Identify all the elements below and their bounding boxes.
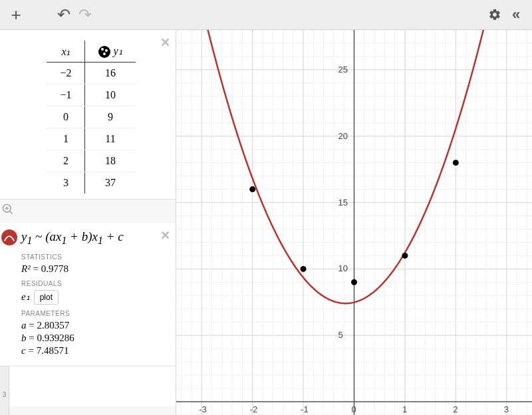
y-tick-label: 25 bbox=[338, 65, 348, 74]
cell-x[interactable]: 0 bbox=[47, 106, 85, 128]
cell-x[interactable]: −2 bbox=[47, 63, 85, 84]
cell-y[interactable]: 10 bbox=[85, 84, 136, 106]
collapse-button[interactable]: « bbox=[505, 4, 527, 25]
regression-expression[interactable]: y1 ~ (ax1 + b)x1 + c bbox=[21, 229, 168, 247]
settings-button[interactable] bbox=[484, 4, 505, 25]
data-point[interactable] bbox=[351, 279, 357, 285]
zoom-icon bbox=[1, 203, 15, 216]
cell-y[interactable]: 16 bbox=[85, 63, 136, 84]
redo-button[interactable]: ↷ bbox=[74, 4, 96, 25]
table-row[interactable]: −110 bbox=[47, 84, 135, 106]
cell-x[interactable]: 2 bbox=[47, 150, 85, 172]
y-tick-label: 10 bbox=[338, 263, 348, 273]
x-tick-label: 0 bbox=[352, 404, 356, 414]
zoom-fit-button[interactable] bbox=[1, 203, 15, 219]
table-row[interactable]: 337 bbox=[47, 172, 135, 194]
x-tick-label: -2 bbox=[250, 404, 258, 414]
x-tick-label: 3 bbox=[504, 404, 509, 414]
gear-icon bbox=[488, 8, 501, 21]
parameter-a: a = 2.80357 bbox=[21, 320, 168, 331]
row-marker-3[interactable]: 3 bbox=[0, 389, 9, 415]
regression-icon[interactable] bbox=[1, 229, 17, 245]
add-button[interactable]: + bbox=[5, 4, 27, 25]
table-row[interactable]: 111 bbox=[47, 128, 135, 150]
cell-y[interactable]: 37 bbox=[85, 172, 136, 194]
data-point[interactable] bbox=[453, 160, 459, 166]
graph-area[interactable]: -3-2-10123510152025 bbox=[176, 30, 532, 415]
parameters-label: PARAMETERS bbox=[21, 310, 168, 317]
residual-var: e₁ bbox=[21, 291, 30, 303]
regression-cell[interactable]: ✕ y1 ~ (ax1 + b)x1 + c STATISTICS R² = 0… bbox=[0, 223, 176, 366]
data-point[interactable] bbox=[301, 266, 307, 272]
residuals-label: RESIDUALS bbox=[21, 280, 168, 287]
empty-expression-cell[interactable] bbox=[0, 366, 176, 406]
cell-x[interactable]: 3 bbox=[47, 172, 85, 194]
table-row[interactable]: 09 bbox=[47, 106, 135, 128]
parameter-b: b = 0.939286 bbox=[21, 333, 168, 344]
cell-y[interactable]: 18 bbox=[85, 150, 136, 172]
x-tick-label: 2 bbox=[453, 404, 458, 414]
data-point[interactable] bbox=[249, 186, 255, 192]
data-point[interactable] bbox=[402, 253, 408, 259]
data-table[interactable]: x₁ y₁ −216−11009111218337 bbox=[47, 41, 135, 194]
cell-y[interactable]: 9 bbox=[85, 106, 136, 128]
x-tick-label: -3 bbox=[199, 404, 207, 414]
undo-button[interactable]: ↶ bbox=[53, 4, 74, 25]
y-tick-label: 5 bbox=[338, 330, 343, 340]
scatter-style-icon[interactable] bbox=[98, 46, 110, 58]
x-tick-label: 1 bbox=[402, 404, 407, 414]
table-row[interactable]: 218 bbox=[47, 150, 135, 172]
plot-residuals-button[interactable]: plot bbox=[34, 290, 59, 305]
cell-x[interactable]: 1 bbox=[47, 128, 85, 150]
y-tick-label: 15 bbox=[338, 198, 348, 208]
r-squared: R² = 0.9778 bbox=[21, 263, 168, 275]
cell-x[interactable]: −1 bbox=[47, 84, 85, 106]
y-tick-label: 20 bbox=[338, 131, 348, 141]
parameter-c: c = 7.48571 bbox=[21, 345, 168, 356]
svg-line-1 bbox=[10, 211, 13, 214]
table-row[interactable]: −216 bbox=[47, 63, 135, 84]
x-tick-label: -1 bbox=[301, 404, 309, 414]
column-header-y[interactable]: y₁ bbox=[85, 41, 136, 63]
toolbar: + ↶ ↷ « bbox=[0, 0, 532, 30]
column-header-x[interactable]: x₁ bbox=[47, 41, 85, 63]
delete-table-button[interactable]: ✕ bbox=[160, 35, 170, 50]
expression-panel: 1 ✕ x₁ y₁ −216−11009111218337 2 bbox=[0, 30, 176, 415]
statistics-label: STATISTICS bbox=[21, 253, 168, 261]
table-cell[interactable]: ✕ x₁ y₁ −216−11009111218337 bbox=[0, 30, 176, 200]
delete-regression-button[interactable]: ✕ bbox=[160, 228, 170, 243]
cell-y[interactable]: 11 bbox=[85, 128, 136, 150]
